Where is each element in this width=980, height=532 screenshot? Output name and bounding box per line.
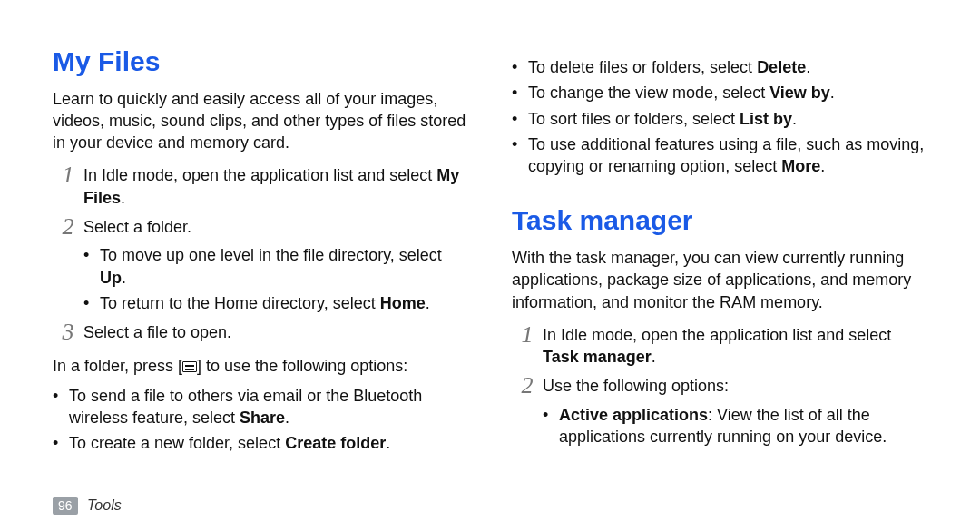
bullet-dot-icon: [512, 56, 528, 78]
tm-step-1: 1 In Idle mode, open the application lis…: [512, 322, 927, 369]
step-1: 1 In Idle mode, open the application lis…: [53, 163, 468, 209]
text-part: .: [806, 58, 810, 76]
page-footer: 96 Tools: [53, 496, 122, 516]
folder-press-text: In a folder, press [] to use the followi…: [53, 355, 468, 377]
text-part: .: [285, 409, 289, 427]
bullet-text: To use additional features using a file,…: [528, 133, 927, 178]
option-bullet: To use additional features using a file,…: [512, 133, 927, 178]
footer-section: Tools: [87, 498, 122, 513]
bullet-text: To return to the Home directory, select …: [100, 292, 468, 314]
task-manager-intro: With the task manager, you can view curr…: [512, 247, 927, 313]
text-part: .: [820, 157, 825, 175]
bullet-text: To change the view mode, select View by.: [528, 82, 927, 103]
text-part: In a folder, press [: [53, 357, 182, 375]
step-number: 3: [53, 320, 83, 344]
my-files-intro: Learn to quickly and easily access all o…: [53, 88, 468, 154]
bullet-dot-icon: [83, 244, 100, 289]
bullet-text: Active applications: View the list of al…: [559, 404, 927, 448]
bold-up: Up: [100, 269, 122, 287]
bold-create-folder: Create folder: [285, 434, 386, 452]
bullet-text: To sort files or folders, select List by…: [528, 108, 927, 130]
bold-share: Share: [240, 409, 285, 427]
text-part: .: [386, 434, 390, 452]
sub-bullet: To move up one level in the file directo…: [83, 244, 468, 289]
text-part: To use additional features using a file,…: [528, 135, 924, 175]
step-3: 3 Select a file to open.: [53, 320, 468, 344]
option-bullet: To create a new folder, select Create fo…: [53, 432, 468, 454]
bullet-dot-icon: [53, 385, 69, 429]
bullet-text: To send a file to others via email or th…: [69, 385, 468, 429]
step-text: In Idle mode, open the application list …: [83, 166, 436, 184]
bullet-dot-icon: [512, 108, 528, 130]
text-part: .: [652, 348, 656, 366]
page-number: 96: [53, 497, 78, 515]
text-part: ] to use the following options:: [197, 357, 407, 375]
step-number: 2: [53, 214, 83, 239]
step-body: Use the following options:: [543, 373, 927, 397]
text-part: To sort files or folders, select: [528, 110, 740, 128]
step-number: 2: [512, 373, 543, 398]
tm-step-2-subitems: Active applications: View the list of al…: [543, 404, 927, 448]
text-part: To create a new folder, select: [69, 434, 285, 452]
left-column: My Files Learn to quickly and easily acc…: [53, 44, 468, 458]
text-part: .: [122, 269, 126, 287]
tm-step-2: 2 Use the following options:: [512, 373, 927, 398]
my-files-heading: My Files: [53, 44, 468, 81]
bold-task-manager: Task manager: [543, 348, 652, 366]
bullet-dot-icon: [543, 404, 559, 448]
text-part: .: [792, 110, 797, 128]
step-body: In Idle mode, open the application list …: [83, 163, 468, 209]
bold-more: More: [781, 157, 820, 175]
folder-options: To send a file to others via email or th…: [53, 385, 468, 455]
text-part: To move up one level in the file directo…: [100, 246, 442, 264]
step-number: 1: [512, 322, 543, 347]
bold-active-applications: Active applications: [559, 406, 708, 424]
bold-home: Home: [380, 294, 426, 312]
text-part: To return to the Home directory, select: [100, 294, 380, 312]
step-body: Select a folder.: [83, 214, 468, 238]
option-bullet: To change the view mode, select View by.: [512, 82, 927, 103]
step-body: In Idle mode, open the application list …: [543, 322, 927, 369]
option-bullet: To delete files or folders, select Delet…: [512, 56, 927, 78]
step-2: 2 Select a folder.: [53, 214, 468, 239]
bold-list-by: List by: [740, 110, 792, 128]
bullet-dot-icon: [83, 292, 100, 314]
text-part: .: [426, 294, 430, 312]
bullet-dot-icon: [512, 82, 528, 103]
step-text-end: .: [121, 189, 125, 207]
bullet-text: To create a new folder, select Create fo…: [69, 432, 468, 454]
task-manager-heading: Task manager: [512, 202, 927, 240]
step-2-subitems: To move up one level in the file directo…: [83, 244, 468, 314]
step-number: 1: [53, 163, 83, 187]
text-part: To change the view mode, select: [528, 84, 769, 102]
option-bullet: To send a file to others via email or th…: [53, 385, 468, 429]
option-bullet: To sort files or folders, select List by…: [512, 108, 927, 130]
text-part: To delete files or folders, select: [528, 58, 757, 76]
sub-bullet: To return to the Home directory, select …: [83, 292, 468, 314]
bold-delete: Delete: [757, 58, 806, 76]
bullet-dot-icon: [512, 133, 528, 178]
step-body: Select a file to open.: [83, 320, 468, 343]
folder-options-cont: To delete files or folders, select Delet…: [512, 56, 927, 177]
text-part: .: [830, 84, 835, 102]
page-columns: My Files Learn to quickly and easily acc…: [53, 44, 927, 458]
bullet-text: To move up one level in the file directo…: [100, 244, 468, 289]
bullet-dot-icon: [53, 432, 69, 454]
bullet-text: To delete files or folders, select Delet…: [528, 56, 927, 78]
bold-view-by: View by: [769, 84, 830, 102]
sub-bullet: Active applications: View the list of al…: [543, 404, 927, 448]
text-part: In Idle mode, open the application list …: [543, 326, 891, 344]
menu-icon: [182, 361, 197, 372]
right-column: To delete files or folders, select Delet…: [512, 44, 927, 458]
